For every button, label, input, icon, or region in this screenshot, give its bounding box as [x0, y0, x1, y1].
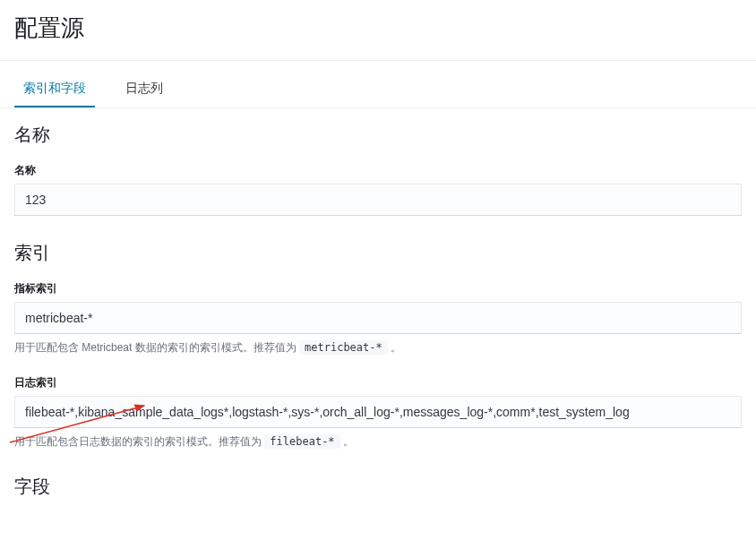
help-metric-code: metricbeat-*: [299, 340, 388, 355]
help-log-index: 用于匹配包含日志数据的索引的索引模式。推荐值为 filebeat-* 。: [14, 433, 742, 450]
section-fields: 字段: [14, 475, 742, 499]
tab-indices-fields[interactable]: 索引和字段: [14, 70, 95, 107]
label-name: 名称: [14, 163, 742, 178]
input-metric-index[interactable]: [14, 302, 742, 334]
help-log-prefix: 用于匹配包含日志数据的索引的索引模式。推荐值为: [14, 435, 264, 448]
help-metric-suffix: 。: [388, 341, 401, 354]
section-heading-name: 名称: [14, 123, 742, 147]
page-header: 配置源: [0, 0, 756, 61]
tab-log-columns[interactable]: 日志列: [116, 70, 172, 107]
field-block-metric-index: 指标索引 用于匹配包含 Metricbeat 数据的索引的索引模式。推荐值为 m…: [14, 281, 742, 356]
input-log-index[interactable]: [14, 396, 742, 428]
label-log-index: 日志索引: [14, 375, 742, 390]
help-metric-prefix: 用于匹配包含 Metricbeat 数据的索引的索引模式。推荐值为: [14, 341, 299, 354]
section-index: 索引 指标索引 用于匹配包含 Metricbeat 数据的索引的索引模式。推荐值…: [14, 241, 742, 450]
field-block-name: 名称: [14, 163, 742, 216]
content: 名称 名称 索引 指标索引 用于匹配包含 Metricbeat 数据的索引的索引…: [0, 108, 756, 538]
help-metric-index: 用于匹配包含 Metricbeat 数据的索引的索引模式。推荐值为 metric…: [14, 339, 742, 356]
page-title: 配置源: [14, 13, 742, 44]
help-log-suffix: 。: [340, 435, 354, 448]
tabs: 索引和字段 日志列: [0, 70, 756, 108]
label-metric-index: 指标索引: [14, 281, 742, 296]
help-log-code: filebeat-*: [264, 434, 339, 449]
field-block-log-index: 日志索引 用于匹配包含日志数据的索引的索引模式。推荐值为 filebeat-* …: [14, 375, 742, 450]
section-heading-fields: 字段: [14, 475, 742, 499]
input-name[interactable]: [14, 184, 742, 216]
section-name: 名称 名称: [14, 123, 742, 216]
section-heading-index: 索引: [14, 241, 742, 265]
